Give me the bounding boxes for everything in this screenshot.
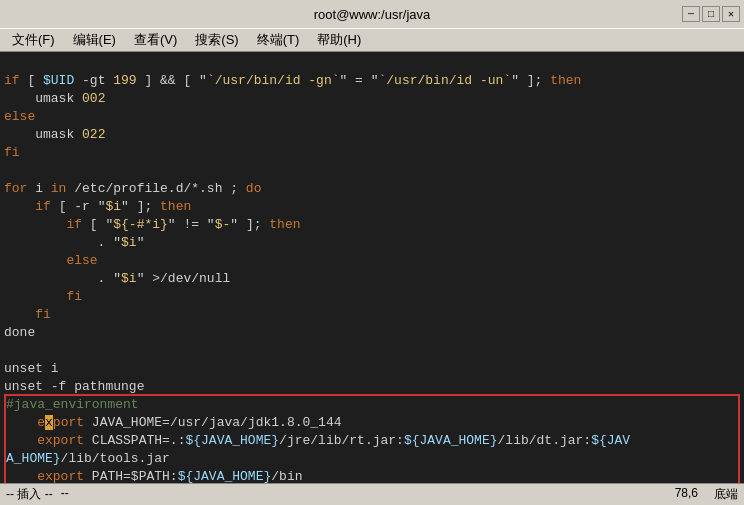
titlebar: root@www:/usr/java ─ □ ✕	[0, 0, 744, 28]
status-right: 78,6 底端	[675, 486, 738, 503]
minimize-button[interactable]: ─	[682, 6, 700, 22]
statusbar: -- 插入 -- -- 78,6 底端	[0, 483, 744, 505]
menu-terminal[interactable]: 终端(T)	[249, 29, 308, 51]
window-title: root@www:/usr/java	[314, 7, 431, 22]
menu-view[interactable]: 查看(V)	[126, 29, 185, 51]
status-mode: -- 插入 --	[6, 486, 53, 503]
menubar: 文件(F) 编辑(E) 查看(V) 搜索(S) 终端(T) 帮助(H)	[0, 28, 744, 52]
maximize-button[interactable]: □	[702, 6, 720, 22]
menu-help[interactable]: 帮助(H)	[309, 29, 369, 51]
highlighted-code: #java_environment export JAVA_HOME=/usr/…	[6, 396, 738, 483]
menu-edit[interactable]: 编辑(E)	[65, 29, 124, 51]
menu-search[interactable]: 搜索(S)	[187, 29, 246, 51]
scroll-position: 底端	[714, 486, 738, 503]
status-left: -- 插入 -- --	[6, 486, 69, 503]
window-controls: ─ □ ✕	[682, 6, 740, 22]
status-sep: --	[61, 486, 69, 503]
code-editor: if [ $UID -gt 199 ] && [ "`/usr/bin/id -…	[4, 54, 740, 396]
menu-file[interactable]: 文件(F)	[4, 29, 63, 51]
terminal-window: root@www:/usr/java ─ □ ✕ 文件(F) 编辑(E) 查看(…	[0, 0, 744, 505]
editor-area[interactable]: if [ $UID -gt 199 ] && [ "`/usr/bin/id -…	[0, 52, 744, 483]
close-button[interactable]: ✕	[722, 6, 740, 22]
cursor-position: 78,6	[675, 486, 698, 503]
